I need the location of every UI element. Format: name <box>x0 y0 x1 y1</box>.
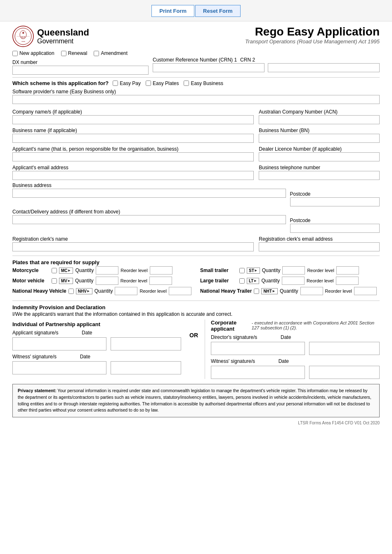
form-header: ★ QLD ✦✦✦ Queensland Government Rego Eas… <box>12 26 380 47</box>
contact-address-input[interactable] <box>12 215 286 224</box>
plates-grid: Motorcycle MC ► Quantity Reorder level M… <box>12 266 380 297</box>
largetrailer-qty-label: Quantity <box>261 278 280 284</box>
smalltrailer-tag: ST ► <box>247 268 260 274</box>
qld-text: Queensland Government <box>37 28 89 45</box>
applicant-sig-label: Applicant signature/s Date <box>12 330 181 336</box>
witness2-sig-input[interactable] <box>211 366 305 379</box>
largetrailer-qty-input[interactable] <box>282 277 305 285</box>
applicant-sig-input[interactable] <box>12 337 106 350</box>
easy-pay-checkbox[interactable] <box>113 80 118 86</box>
amendment-checkbox[interactable] <box>94 51 99 56</box>
individual-col: Individual of Partnership applicant Appl… <box>12 320 188 379</box>
new-application-checkbox-label[interactable]: New application <box>12 50 54 56</box>
motorcycle-reorder-input[interactable] <box>150 266 172 275</box>
reg-clerk-name-col: Registration clerk's name <box>12 234 254 251</box>
qld-crest-icon: ★ QLD ✦✦✦ <box>12 26 34 47</box>
nhv-checkbox[interactable] <box>68 289 74 294</box>
reg-clerk-name-input[interactable] <box>12 242 254 251</box>
motorvehicle-reorder-input[interactable] <box>149 277 172 285</box>
nhv-qty-label: Quantity <box>94 288 113 294</box>
reset-button[interactable]: Reset Form <box>195 5 241 17</box>
business-name-input[interactable] <box>12 134 254 143</box>
logo-block: ★ QLD ✦✦✦ Queensland Government <box>12 26 89 47</box>
acn-input[interactable] <box>259 115 380 124</box>
applicant-sig-row <box>12 337 181 350</box>
crn-row: DX number Customer Reference Number (CRN… <box>12 57 380 75</box>
motorvehicle-qty-input[interactable] <box>96 277 118 285</box>
applicant-dealer-row: Applicant's name (that is, person respon… <box>12 144 380 161</box>
renewal-checkbox-label[interactable]: Renewal <box>61 50 87 56</box>
contact-postcode-input[interactable] <box>290 224 380 233</box>
business-address-label: Business address <box>12 182 380 188</box>
contact-postcode-col: Postcode <box>290 215 380 233</box>
easy-pay-label[interactable]: Easy Pay <box>113 80 141 86</box>
largetrailer-reorder-label: Reorder level <box>307 278 333 283</box>
bn-label: Business Number (BN) <box>259 128 380 133</box>
svg-text:✦✦✦: ✦✦✦ <box>21 40 26 43</box>
easy-plates-checkbox[interactable] <box>146 80 151 86</box>
easy-business-label[interactable]: Easy Business <box>184 80 223 86</box>
renewal-checkbox[interactable] <box>61 51 66 56</box>
smalltrailer-checkbox[interactable] <box>239 268 245 273</box>
largetrailer-checkbox[interactable] <box>239 278 245 284</box>
nht-checkbox[interactable] <box>254 289 259 294</box>
easy-plates-label[interactable]: Easy Plates <box>146 80 179 86</box>
largetrailer-label: Large trailer <box>200 278 237 284</box>
nhv-tag: NHV ► <box>76 288 92 294</box>
nht-reorder-input[interactable] <box>354 287 377 295</box>
motorvehicle-label: Motor vehicle <box>12 278 50 284</box>
applicant-name-input[interactable] <box>12 152 254 161</box>
qld-name: Queensland <box>37 28 89 38</box>
smalltrailer-qty-input[interactable] <box>282 266 305 275</box>
print-button[interactable]: Print Form <box>151 5 194 17</box>
applicant-date-input[interactable] <box>111 337 181 350</box>
privacy-box: Privacy statement: Your personal informa… <box>12 384 380 417</box>
arrow-icon: ► <box>272 289 276 293</box>
company-name-label: Company name/s (if applicable) <box>12 109 254 115</box>
postcode-input[interactable] <box>290 197 380 206</box>
nhv-reorder-input[interactable] <box>169 287 191 295</box>
plates-right-col: Small trailer ST ► Quantity Reorder leve… <box>200 266 380 297</box>
directors-sig-input[interactable] <box>211 342 305 355</box>
nht-row: National Heavy Trailer NHT ► Quantity Re… <box>200 287 380 295</box>
motorcycle-qty-label: Quantity <box>75 268 94 273</box>
motorvehicle-reorder-label: Reorder level <box>120 278 147 283</box>
dx-input[interactable] <box>12 66 149 75</box>
reg-clerk-row: Registration clerk's name Registration c… <box>12 234 380 251</box>
nht-qty-label: Quantity <box>280 288 298 294</box>
dealer-input[interactable] <box>259 152 380 161</box>
motorcycle-qty-input[interactable] <box>96 266 118 275</box>
scheme-question: Which scheme is this application for? <box>12 80 109 86</box>
software-provider-input[interactable] <box>12 95 380 104</box>
crn1-input[interactable] <box>153 63 264 72</box>
bn-input[interactable] <box>259 134 380 143</box>
largetrailer-reorder-input[interactable] <box>336 277 359 285</box>
directors-date-input[interactable] <box>309 342 380 355</box>
applicant-email-input[interactable] <box>12 171 254 180</box>
easy-business-checkbox[interactable] <box>184 80 189 86</box>
largetrailer-tag: LT ► <box>247 278 259 284</box>
corporate-heading: Corporate applicant <box>211 320 249 332</box>
business-address-input[interactable] <box>12 189 286 198</box>
witness-date-input[interactable] <box>111 361 181 374</box>
motorvehicle-checkbox[interactable] <box>52 278 57 284</box>
witness2-date-input[interactable] <box>309 366 380 379</box>
nht-qty-input[interactable] <box>300 287 323 295</box>
scheme-options: Easy Pay Easy Plates Easy Business <box>113 80 223 86</box>
new-application-checkbox[interactable] <box>12 51 18 56</box>
indemnity-text: I/We the applicant/s warrant that the in… <box>12 311 380 317</box>
motorcycle-tag: MC ► <box>59 268 73 274</box>
witness-sig-input[interactable] <box>12 361 106 374</box>
motorcycle-checkbox[interactable] <box>52 268 57 273</box>
nhv-qty-input[interactable] <box>115 287 137 295</box>
smalltrailer-reorder-input[interactable] <box>336 266 359 275</box>
business-phone-input[interactable] <box>259 171 380 180</box>
crn2-input[interactable] <box>268 63 380 72</box>
company-name-input[interactable] <box>12 115 254 124</box>
amendment-checkbox-label[interactable]: Amendment <box>94 50 128 56</box>
sig-outer: Individual of Partnership applicant Appl… <box>12 320 380 379</box>
reg-clerk-email-input[interactable] <box>259 242 380 251</box>
crn1-label: Customer Reference Number (CRN) 1 <box>153 57 237 63</box>
smalltrailer-reorder-label: Reorder level <box>307 268 334 273</box>
nhv-row: National Heavy Vehicle NHV ► Quantity Re… <box>12 287 192 295</box>
